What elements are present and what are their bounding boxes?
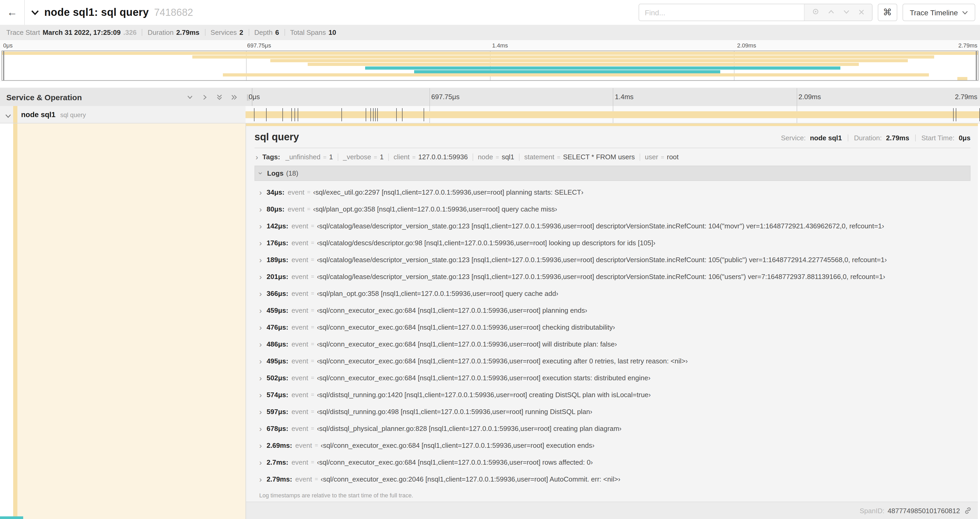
tag-value: 1 [329,153,333,161]
logs-header[interactable]: › Logs (18) [255,166,970,181]
span-collapse-icon[interactable] [5,111,11,120]
log-row[interactable]: ›495μs:event=‹sql/conn_executor_exec.go:… [255,352,970,369]
log-row[interactable]: ›366μs:event=‹sql/plan_opt.go:358 [nsql1… [255,285,970,302]
log-field-key: event [291,222,308,230]
info-value-suffix: .326 [123,29,137,37]
collapse-one-icon[interactable] [186,94,193,101]
log-row[interactable]: ›201μs:event=‹sql/catalog/lease/descript… [255,268,970,285]
tag-value: 1 [380,153,383,161]
log-row[interactable]: ›678μs:event=‹sql/distsql_physical_plann… [255,420,970,437]
log-field-value: ‹sql/distsql_physical_planner.go:828 [ns… [317,424,622,432]
separator [519,153,520,161]
equals-sign: = [307,206,310,212]
expand-all-icon[interactable] [231,94,238,101]
log-row[interactable]: ›597μs:event=‹sql/distsql_running.go:498… [255,403,970,420]
log-row[interactable]: ›2.69ms:event=‹sql/conn_executor_exec.go… [255,437,970,454]
log-field-key: event [295,475,312,483]
log-field-key: event [291,391,308,398]
tags-label: Tags: [262,153,280,161]
span-bar-cell[interactable] [245,106,980,123]
view-selector-button[interactable]: Trace Timeline [902,4,975,21]
separator [142,29,143,36]
tag-key: _unfinished [285,153,320,161]
log-expand-icon: › [259,475,262,483]
log-row[interactable]: ›476μs:event=‹sql/conn_executor_exec.go:… [255,319,970,335]
equals-sign: = [311,223,314,229]
copy-link-icon[interactable] [964,507,972,514]
log-field-value: ‹sql/conn_executor_exec.go:684 [nsql1,cl… [321,441,594,449]
log-timestamp: 142μs: [267,222,288,230]
span-name-cell[interactable]: node sql1 sql query [0,106,246,123]
log-field-value: ‹sql/conn_executor_exec.go:684 [nsql1,cl… [317,374,651,382]
info-label: Services [210,29,237,37]
tag-value: root [667,153,679,161]
horizontal-scrollbar-thumb[interactable] [0,516,23,519]
minimap-left-scrubber[interactable] [3,51,4,80]
log-timestamp: 80μs: [267,205,285,213]
log-expand-icon: › [259,458,262,466]
log-expand-icon: › [259,340,262,348]
log-row[interactable]: ›34μs:event=‹sql/exec_util.go:2297 [nsql… [255,184,970,200]
clear-find-icon[interactable] [858,8,864,17]
span-detail-panel: sql query Service:node sql1Duration:2.79… [246,123,978,502]
log-timestamp: 2.79ms: [267,475,292,483]
keyboard-shortcuts-button[interactable]: ⌘ [878,4,897,21]
equals-sign: = [311,358,314,364]
log-row[interactable]: ›189μs:event=‹sql/catalog/lease/descript… [255,251,970,268]
tags-row[interactable]: › Tags: _unfinished=1_verbose=1client=12… [255,148,970,164]
log-marker-tick [373,108,374,121]
tag-item[interactable]: _unfinished=1 [285,153,333,161]
separator [473,153,473,161]
log-row[interactable]: ›142μs:event=‹sql/catalog/lease/descript… [255,217,970,234]
tag-item[interactable]: user=root [645,153,679,161]
log-row[interactable]: ›574μs:event=‹sql/distsql_running.go:142… [255,386,970,403]
minimap-canvas[interactable] [2,51,978,81]
tag-item[interactable]: node=sql1 [478,153,514,161]
minimap-span [223,73,929,77]
trace-collapse-icon[interactable] [31,10,39,15]
back-button[interactable]: ← [0,0,25,25]
tick-label: 0μs [3,42,13,48]
tag-value: 127.0.0.1:59936 [418,153,468,161]
log-row[interactable]: ›2.7ms:event=‹sql/conn_executor_exec.go:… [255,454,970,471]
collapse-all-icon[interactable] [216,94,223,101]
span-service-name: node sql1 [21,110,56,119]
log-field-value: ‹sql/conn_executor_exec.go:684 [nsql1,cl… [317,458,593,466]
log-row[interactable]: ›80μs:event=‹sql/plan_opt.go:358 [nsql1,… [255,200,970,217]
equals-sign: = [557,154,560,160]
find-input[interactable] [639,4,804,21]
equals-sign: = [311,459,314,465]
locate-icon[interactable] [812,8,819,17]
tag-item[interactable]: statement=SELECT * FROM users [524,153,635,161]
span-row: node sql1 sql query [0,106,980,123]
log-marker-tick [377,108,378,121]
log-field-value: ‹sql/catalog/lease/descriptor_version_st… [317,222,884,230]
log-row[interactable]: ›176μs:event=‹sql/catalog/descs/descript… [255,234,970,251]
find-next-icon[interactable] [843,8,850,17]
find-prev-icon[interactable] [827,8,834,17]
equals-sign: = [661,154,664,160]
span-detail-title: sql query [255,131,781,143]
tag-item[interactable]: _verbose=1 [343,153,383,161]
timeline-header: Service & Operation 0μs697.75μs1.4ms2.09… [0,88,980,107]
expand-one-icon[interactable] [201,94,208,101]
equals-sign: = [315,442,318,448]
info-label: Duration [148,29,173,37]
tick-label: 1.4ms [615,93,633,101]
log-row[interactable]: ›486μs:event=‹sql/conn_executor_exec.go:… [255,335,970,352]
log-row[interactable]: ›459μs:event=‹sql/conn_executor_exec.go:… [255,302,970,319]
tag-item[interactable]: client=127.0.0.1:59936 [394,153,468,161]
trace-id: 7418682 [154,6,193,18]
info-value: 2.79ms [176,29,199,37]
log-timestamp: 502μs: [267,374,288,382]
log-row[interactable]: ›502μs:event=‹sql/conn_executor_exec.go:… [255,369,970,386]
log-field-key: event [291,374,308,382]
log-marker-tick [953,108,954,121]
log-field-key: event [291,256,308,263]
minimap-right-scrubber[interactable] [976,51,977,80]
minimap-span [2,52,978,55]
log-row[interactable]: ›2.79ms:event=‹sql/conn_executor_exec.go… [255,471,970,487]
meta-label: Service: [781,134,806,142]
separator [848,134,848,141]
meta-value: node sql1 [810,134,842,142]
